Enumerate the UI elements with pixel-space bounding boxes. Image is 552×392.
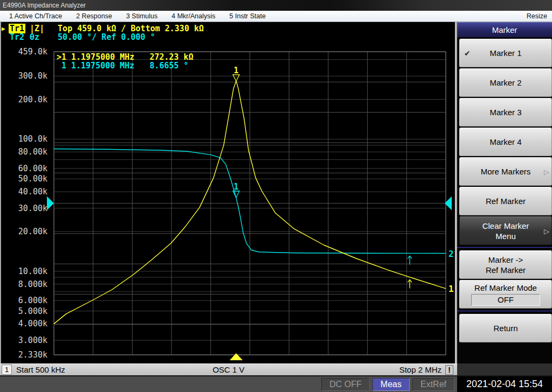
dc-bias-status[interactable]: DC OFF (321, 378, 370, 391)
y-axis-label: 459.0k (3, 47, 47, 57)
softkey-more-markers[interactable]: More Markers▷ (459, 157, 552, 186)
datetime: 2021-02-04 15:54 (457, 376, 552, 392)
marker-readout: >11.1975000 MHz272.23 kΩ11.1975000 MHz8.… (56, 52, 194, 69)
stop-frequency: Stop 2 MHz (399, 365, 441, 374)
y-axis-label: 20.00k (3, 227, 47, 236)
extref-status[interactable]: ExtRef (412, 378, 454, 391)
stimulus-bar-gap (457, 363, 552, 375)
marker-frequency: 1.1975000 MHz (71, 52, 134, 61)
y-axis-label: 80.00k (3, 147, 47, 157)
softkey-ref-marker[interactable]: Ref Marker (459, 187, 552, 215)
softkey-label: Ref Marker Mode (474, 283, 537, 293)
softkey-label: Marker -> (488, 255, 523, 265)
status-bar: DC OFF Meas ExtRef 2021-02-04 15:54 (0, 375, 552, 392)
trace-end-label: 1 (448, 284, 454, 294)
softkey-return[interactable]: Return (459, 314, 552, 342)
y-axis-label: 8.000k (3, 279, 47, 289)
softkey-label: Clear Marker (482, 221, 529, 231)
softkey-label: Marker 4 (489, 137, 521, 147)
trace-name[interactable]: Tr2 (9, 32, 25, 42)
marker-frequency: 1.1975000 MHz (71, 61, 134, 69)
softkey-ref-marker-mode[interactable]: Ref Marker ModeOFF (459, 280, 552, 309)
y-axis-label: 200.0k (3, 95, 47, 104)
y-axis-label: 30.00k (3, 204, 47, 213)
y-axis-label: 6.000k (3, 296, 47, 305)
softkey-label: Marker 3 (489, 107, 521, 117)
softkey-marker-1[interactable]: Marker 1✔ (459, 39, 552, 67)
osc-level: OSC 1 V (212, 365, 244, 374)
instrument-screen: E4990A Impedance Analyzer 1 Active Ch/Tr… (0, 0, 552, 392)
trace-scale: 50.00 °/ Ref 0.000 ° (58, 32, 155, 42)
channel-indicator: 1 (2, 365, 12, 375)
softkey-clear-marker-menu[interactable]: Clear MarkerMenu▷ (459, 216, 552, 245)
softkey-menu-title: Marker (457, 22, 552, 37)
softkey-buttons: Marker 1✔Marker 2Marker 3Marker 4More Ma… (457, 39, 552, 342)
softkey-label: Menu (495, 231, 516, 241)
trace-info: ▶Tr1|Z|Top 459.0 kΩ / Bottom 2.330 kΩTr2… (2, 24, 204, 41)
softkey-marker-2[interactable]: Marker 2 (459, 68, 552, 97)
y-axis-label: 2.330k (3, 350, 47, 360)
menu-separator (457, 310, 552, 312)
marker-triangle-icon[interactable] (233, 191, 239, 198)
softkey-label: Ref Marker (486, 265, 526, 275)
ref-level-left-icon (47, 197, 54, 211)
marker-readout-row: 11.1975000 MHz8.6655 ° (56, 61, 194, 69)
softkey-label: Marker 2 (489, 78, 521, 88)
marker-value: 272.23 kΩ (149, 52, 193, 61)
softkey-label: Return (493, 323, 518, 333)
window-border (0, 22, 1, 375)
y-axis-label: 100.0k (3, 134, 47, 144)
submenu-arrow-icon: ▷ (544, 226, 549, 236)
menu-separator (457, 247, 552, 248)
y-axis-label: 40.00k (3, 187, 47, 197)
trace-format: θz (30, 32, 56, 42)
softkey-menu: Marker Marker 1✔Marker 2Marker 3Marker 4… (457, 22, 552, 363)
y-axis-label: 10.00k (3, 267, 47, 276)
softkey-value: OFF (471, 294, 540, 306)
y-axis-label: 300.0k (3, 71, 47, 81)
marker-readout-row: >11.1975000 MHz272.23 kΩ (56, 52, 194, 61)
active-trace-arrow-icon: ▶ (2, 25, 9, 32)
y-axis-label: 60.00k (3, 164, 47, 173)
start-frequency: Start 500 kHz (16, 365, 65, 374)
softkey-label: Marker 1 (489, 48, 521, 58)
y-axis-label: 50.00k (3, 174, 47, 184)
marker-label: 1 (234, 182, 239, 192)
softkey-marker-4[interactable]: Marker 4 (459, 128, 552, 156)
y-axis-label: 4.000k (3, 319, 47, 328)
marker-triangle-icon[interactable] (233, 75, 239, 81)
marker-number: >1 (56, 52, 66, 61)
stimulus-bar: 1 Start 500 kHz OSC 1 V Stop 2 MHz ! (0, 363, 457, 375)
marker-value: 8.6655 ° (149, 61, 188, 69)
trace-info-row: ▶Tr1|Z|Top 459.0 kΩ / Bottom 2.330 kΩ (2, 24, 204, 33)
y-axis-label: 3.000k (3, 335, 47, 345)
marker-label: 1 (234, 66, 239, 75)
stimulus-marker-icon[interactable] (230, 353, 243, 360)
marker-number: 1 (56, 61, 66, 69)
alert-indicator: ! (445, 365, 453, 375)
trace-end-label: 2 (448, 249, 454, 259)
trace-info-row: Tr2θz50.00 °/ Ref 0.000 ° (2, 33, 204, 41)
submenu-arrow-icon: ▷ (544, 166, 549, 177)
check-icon: ✔ (464, 48, 471, 58)
meas-status[interactable]: Meas (372, 378, 410, 391)
softkey-marker-ref-marker[interactable]: Marker ->Ref Marker (459, 250, 552, 279)
softkey-label: More Markers (481, 166, 531, 177)
softkey-label: Ref Marker (486, 196, 526, 206)
y-axis-label: 5.000k (3, 306, 47, 316)
softkey-marker-3[interactable]: Marker 3 (459, 98, 552, 127)
